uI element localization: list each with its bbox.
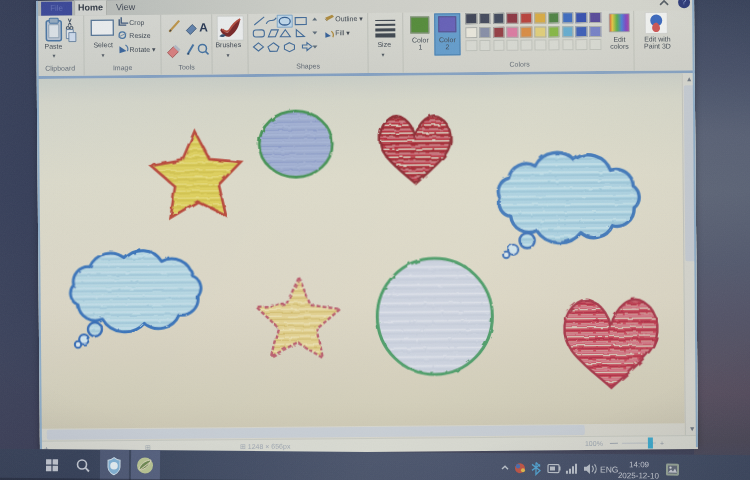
- svg-text:ENG: ENG: [600, 464, 619, 474]
- svg-text:A: A: [199, 20, 208, 34]
- svg-text:14:09: 14:09: [629, 460, 650, 469]
- svg-text:2025-12-10: 2025-12-10: [618, 471, 660, 480]
